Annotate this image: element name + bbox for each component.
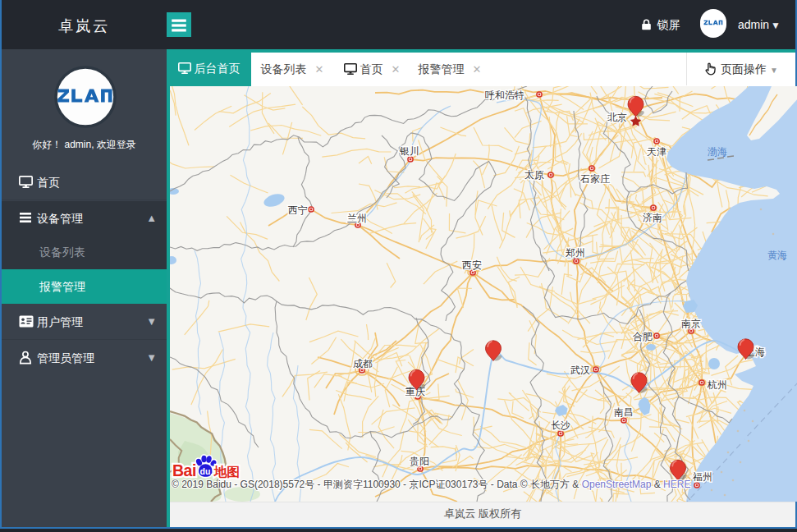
svg-text:南京: 南京 bbox=[681, 318, 701, 329]
svg-text:福州: 福州 bbox=[692, 471, 712, 483]
svg-text:© 2019 Baidu - GS(2018)5572号 -: © 2019 Baidu - GS(2018)5572号 - 甲测资字11009… bbox=[172, 478, 690, 489]
svg-text:呼和浩特: 呼和浩特 bbox=[485, 89, 524, 101]
svg-text:武汉: 武汉 bbox=[570, 365, 590, 376]
svg-text:成都: 成都 bbox=[353, 358, 373, 369]
svg-text:长沙: 长沙 bbox=[551, 420, 570, 431]
svg-text:西宁: 西宁 bbox=[288, 204, 308, 216]
svg-text:贵阳: 贵阳 bbox=[410, 456, 429, 467]
svg-text:du: du bbox=[199, 466, 210, 476]
svg-text:杭州: 杭州 bbox=[707, 379, 727, 391]
svg-text:兰州: 兰州 bbox=[347, 213, 367, 224]
svg-text:太原: 太原 bbox=[524, 169, 544, 181]
svg-text:北京: 北京 bbox=[607, 112, 627, 123]
svg-text:天津: 天津 bbox=[647, 146, 666, 158]
svg-text:银川: 银川 bbox=[399, 145, 419, 157]
svg-text:西安: 西安 bbox=[462, 259, 482, 271]
svg-text:合肥: 合肥 bbox=[633, 331, 653, 342]
svg-text:南昌: 南昌 bbox=[614, 406, 634, 418]
svg-text:济南: 济南 bbox=[643, 211, 662, 222]
svg-text:地图: 地图 bbox=[213, 465, 240, 479]
svg-text:郑州: 郑州 bbox=[566, 247, 585, 259]
svg-text:黄海: 黄海 bbox=[767, 250, 787, 261]
svg-text:渤海: 渤海 bbox=[708, 146, 727, 158]
svg-text:石家庄: 石家庄 bbox=[579, 173, 610, 185]
svg-text:Bai: Bai bbox=[172, 461, 196, 479]
